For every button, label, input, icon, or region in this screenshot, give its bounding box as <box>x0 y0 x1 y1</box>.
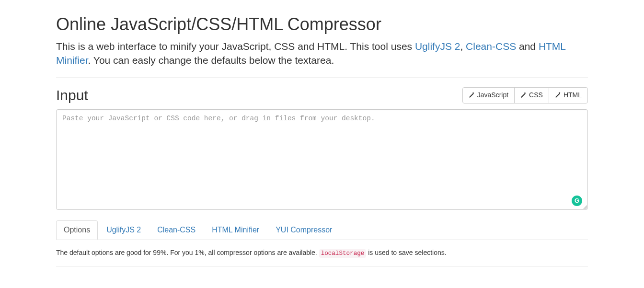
magic-wand-icon <box>555 92 561 98</box>
lead-text-2: . You can easly change the defaults belo… <box>88 55 334 66</box>
tab-yuicompressor[interactable]: YUI Compressor <box>268 220 340 240</box>
compress-css-button[interactable]: CSS <box>514 87 549 104</box>
grammarly-badge-icon[interactable]: G <box>572 196 582 206</box>
note-code: localStorage <box>319 249 367 258</box>
note-text-2: is used to save selections. <box>368 249 446 256</box>
divider <box>56 266 588 267</box>
link-cleancss[interactable]: Clean-CSS <box>466 41 516 52</box>
page-lead: This is a web interface to minify your J… <box>56 39 588 68</box>
lead-text-1: This is a web interface to minify your J… <box>56 41 415 52</box>
tab-htmlminifier[interactable]: HTML Minifier <box>204 220 267 240</box>
code-input[interactable] <box>56 109 588 210</box>
options-tabs: Options UglifyJS 2 Clean-CSS HTML Minifi… <box>56 220 588 240</box>
compress-js-label: JavaScript <box>477 91 508 100</box>
page-title: Online JavaScript/CSS/HTML Compressor <box>56 14 588 35</box>
magic-wand-icon <box>520 92 526 98</box>
lead-sep-2: and <box>516 41 539 52</box>
magic-wand-icon <box>469 92 474 98</box>
divider <box>56 77 588 78</box>
compress-html-button[interactable]: HTML <box>549 87 588 104</box>
lead-sep-1: , <box>460 41 466 52</box>
options-note: The default options are good for 99%. Fo… <box>56 249 588 257</box>
compress-button-group: JavaScript CSS HTML <box>462 87 588 104</box>
note-text-1: The default options are good for 99%. Fo… <box>56 249 319 256</box>
compress-css-label: CSS <box>529 91 543 100</box>
tab-uglifyjs[interactable]: UglifyJS 2 <box>99 220 149 240</box>
link-uglifyjs[interactable]: UglifyJS 2 <box>415 41 460 52</box>
tab-options[interactable]: Options <box>56 220 98 240</box>
compress-html-label: HTML <box>564 91 582 100</box>
compress-js-button[interactable]: JavaScript <box>462 87 515 104</box>
input-heading: Input <box>56 87 88 104</box>
tab-cleancss[interactable]: Clean-CSS <box>150 220 203 240</box>
